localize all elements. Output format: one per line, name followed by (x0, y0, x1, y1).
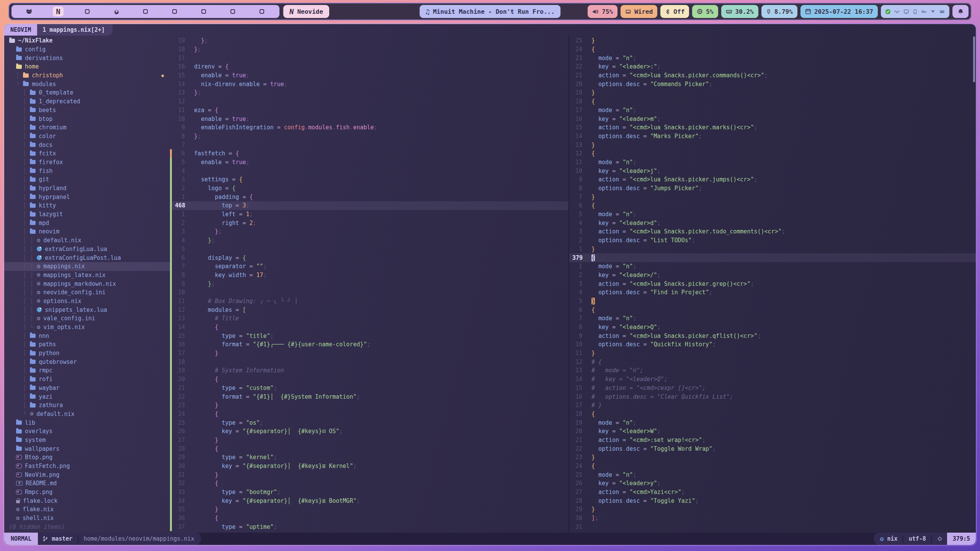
code-line[interactable]: 19 mode = "n"; (569, 418, 976, 427)
tree-item-firefox[interactable]: │ firefox (4, 158, 170, 167)
tree-item-yazi[interactable]: │ yazi (4, 392, 170, 401)
code-line[interactable]: 22 key = "<leader>:"; (569, 62, 976, 71)
code-line[interactable]: 11 # Box Drawing: ╭ ─ ╮ ╰ ╯ │ (170, 297, 568, 306)
disk-widget[interactable]: 8.79% (761, 5, 797, 18)
code-line[interactable]: 12# { (569, 357, 976, 366)
code-line[interactable]: 14# key = "<leader>Q"; (569, 375, 976, 384)
code-line[interactable]: 23 mode = "n"; (569, 54, 976, 62)
tree-item-derivations[interactable]: derivations (4, 54, 170, 62)
code-line[interactable]: 7 (170, 140, 568, 149)
tree-item-NixFlake[interactable]: ~/NixFlake (4, 36, 170, 45)
tree-item-docs[interactable]: │ docs (4, 140, 170, 149)
code-line[interactable]: 35 } (170, 505, 568, 514)
tree-item-btop[interactable]: │ btop (4, 114, 170, 123)
code-line[interactable]: 10 enable = true; (170, 114, 568, 123)
code-line[interactable]: 34 key = "{#separator}│ {#keys}≣ BootMGR… (170, 496, 568, 505)
tree-item-paths[interactable]: │ paths (4, 340, 170, 349)
code-line[interactable]: 29 type = "kernel"; (170, 453, 568, 462)
code-line[interactable]: 7 mode = "n"; (569, 314, 976, 323)
tree-item-mpd[interactable]: │ mpd (4, 218, 170, 227)
tree-item-fcitx[interactable]: │ fcitx (4, 149, 170, 158)
tree-item-color[interactable]: │ color (4, 132, 170, 141)
code-line[interactable]: 24 { (170, 410, 568, 419)
wave-icon[interactable] (894, 9, 900, 15)
code-line[interactable]: 13# mode = "n"; (569, 366, 976, 375)
code-line[interactable]: 16direnv = { (170, 62, 568, 71)
tree-item-flake.lock[interactable]: flake.lock (4, 496, 170, 505)
code-line[interactable]: 2 key = "<leader>/"; (569, 271, 976, 280)
tree-item-kitty[interactable]: │ kitty (4, 201, 170, 210)
code-line[interactable]: 25 mode = "n"; (569, 470, 976, 479)
code-line[interactable]: 14 nix-direnv.enable = true; (170, 80, 568, 88)
code-line[interactable]: 17 mode = "n"; (569, 106, 976, 115)
tree-item-chromium[interactable]: │ chromium (4, 123, 170, 132)
code-line[interactable]: 15# action = "<cmd>cexpr []<cr>"; (569, 384, 976, 393)
tree-item-system[interactable]: system (4, 436, 170, 445)
workspace-1-cat[interactable] (15, 7, 44, 16)
code-line[interactable]: 5 mode = "n"; (569, 210, 976, 219)
code-line[interactable]: 25 type = "os"; (170, 418, 568, 427)
scrollbar[interactable] (973, 36, 975, 82)
tree-item-shell.nix[interactable]: ⚙shell.nix (4, 514, 170, 523)
code-line[interactable]: 11} (569, 349, 976, 358)
code-line[interactable]: 18 (170, 357, 568, 366)
tree-item-mappings_markdown.nix[interactable]: │ │ ⚙mappings_markdown.nix (4, 279, 170, 288)
code-line[interactable]: 19 # System Information (170, 366, 568, 375)
code-line[interactable]: 7} (569, 192, 976, 201)
phone-icon[interactable] (913, 9, 918, 15)
tree-item-README.md[interactable]: MREADME.md (4, 479, 170, 488)
workspace-2-nvim-n[interactable]: N (44, 7, 73, 16)
tree-item-nnn[interactable]: │ nnn (4, 331, 170, 340)
code-line[interactable]: 6fastfetch = { (170, 149, 568, 158)
code-line[interactable]: 7 separator = ""; (170, 262, 568, 271)
tree-item-python[interactable]: │ python (4, 349, 170, 358)
code-line[interactable]: 5} (569, 297, 976, 306)
code-line[interactable]: 17 } (170, 349, 568, 358)
code-line[interactable]: 4 options.desc = "Find in Project"; (569, 288, 976, 297)
tree-item-wallpapers[interactable]: wallpapers (4, 444, 170, 453)
tree-item-default.nix[interactable]: └ ⚙default.nix (4, 410, 170, 419)
code-line[interactable]: 14 options.desc = "Marks Picker"; (569, 132, 976, 141)
code-line[interactable]: 32 { (170, 479, 568, 488)
tree-item-beets[interactable]: │ beets (4, 106, 170, 115)
code-line[interactable]: 3 settings = { (170, 175, 568, 184)
code-line[interactable]: 468 top = 3; (170, 201, 568, 210)
code-line[interactable]: 28 options.desc = "Toggle Yazi"; (569, 496, 976, 505)
tree-item-christoph[interactable]: │ christoph● (4, 71, 170, 80)
code-line[interactable]: 1 mode = "n"; (569, 262, 976, 271)
tree-item-default.nix[interactable]: │ │ ⚙default.nix (4, 236, 170, 245)
code-line[interactable]: 10 options.desc = "Quickfix History"; (569, 340, 976, 349)
code-line[interactable]: 10 (170, 288, 568, 297)
code-line[interactable]: 4 key = "<leader>d"; (569, 218, 976, 227)
tree-item-snippets_latex.lua[interactable]: │ │ snippets_latex.lua (4, 305, 170, 314)
code-line[interactable]: 24{ (569, 462, 976, 471)
code-line[interactable]: 15 enable = true; (170, 71, 568, 80)
code-line[interactable]: 3 }; (170, 227, 568, 236)
tree-item-waybar[interactable]: │ waybar (4, 384, 170, 393)
code-line[interactable]: 37 type = "uptime"; (170, 523, 568, 531)
tree-item-FastFetch.png[interactable]: FastFetch.png (4, 462, 170, 471)
code-line[interactable]: 3 action = "<cmd>lua Snacks.picker.todo_… (569, 227, 976, 236)
code-line[interactable]: 5 (170, 245, 568, 254)
code-line[interactable]: 33 type = "bootmgr"; (170, 488, 568, 497)
tree-item-neovim[interactable]: │ neovim (4, 227, 170, 236)
code-line[interactable]: 10 key = "<leader>j"; (569, 166, 976, 175)
code-line[interactable]: 23} (569, 453, 976, 462)
code-line[interactable]: 25} (569, 36, 976, 45)
code-line[interactable]: 5 enable = true; (170, 158, 568, 167)
code-line[interactable]: 8 options.desc = "Jumps Picker"; (569, 184, 976, 193)
code-line[interactable]: 16 format = "{#1}╭─── {#}{user-name-colo… (170, 340, 568, 349)
code-line[interactable]: 3 action = "<cmd>lua Snacks.picker.grep(… (569, 279, 976, 288)
code-line[interactable]: 1} (569, 245, 976, 254)
tree-item-hyprpanel[interactable]: │ hyprpanel (4, 192, 170, 201)
notifications-widget[interactable] (952, 5, 969, 18)
tree-item-extraConfigLua.lua[interactable]: │ │ extraConfigLua.lua (4, 245, 170, 254)
git-branch[interactable]: master (52, 535, 72, 542)
code-line[interactable]: 15 action = "<cmd>lua Snacks.picker.mark… (569, 123, 976, 132)
workspace-8-empty[interactable] (218, 8, 247, 15)
code-line[interactable]: 4 }; (170, 236, 568, 245)
code-line[interactable]: 22 options.desc = "Toggle Word Wrap"; (569, 444, 976, 453)
music-widget[interactable]: ♫ Minuit Machine - Don't Run Fro... (420, 5, 560, 18)
code-line[interactable]: 9 enableFishIntegration = config.modules… (170, 123, 568, 132)
system-tray[interactable] (881, 5, 949, 18)
